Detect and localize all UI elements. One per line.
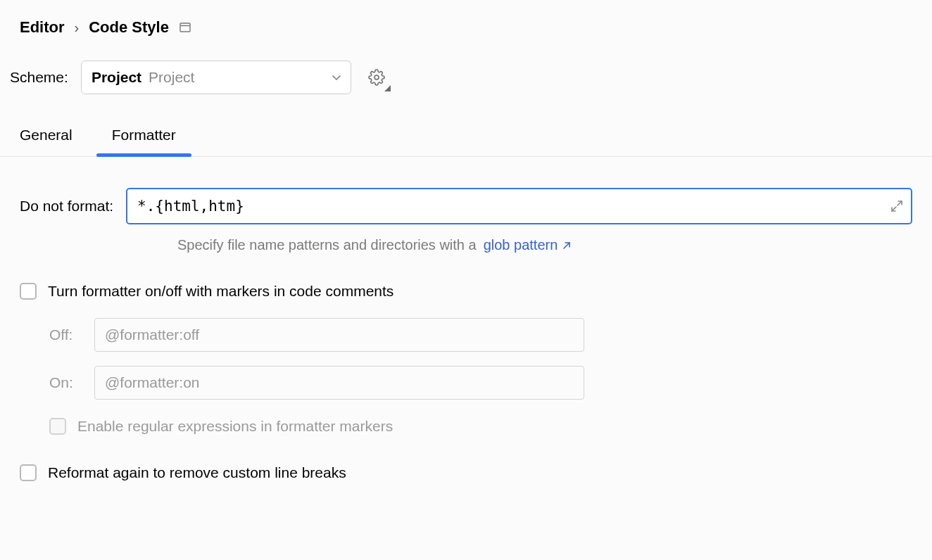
reformat-checkbox[interactable]: [20, 464, 37, 481]
tab-formatter[interactable]: Formatter: [109, 127, 179, 156]
svg-line-3: [898, 201, 902, 205]
formatter-panel: Do not format: Specify file name pattern…: [0, 157, 932, 481]
external-link-icon: [562, 241, 572, 250]
breadcrumb-separator-icon: ›: [75, 20, 80, 36]
svg-point-2: [374, 75, 379, 79]
chevron-down-icon: [331, 72, 342, 83]
scheme-selected-secondary: Project: [149, 69, 194, 86]
marker-on-input: [94, 366, 584, 400]
scheme-selected-primary: Project: [92, 69, 141, 86]
tabs: General Formatter: [0, 114, 932, 157]
scheme-gear-button[interactable]: [364, 65, 389, 90]
window-icon[interactable]: [179, 23, 191, 32]
scheme-row: Scheme: Project Project: [0, 45, 932, 114]
regex-checkbox-row: Enable regular expressions in formatter …: [49, 418, 912, 435]
svg-line-4: [892, 207, 896, 211]
glob-pattern-link[interactable]: glob pattern: [484, 237, 572, 253]
svg-rect-0: [180, 23, 190, 32]
hint-text: Specify file name patterns and directori…: [177, 237, 477, 253]
scheme-select[interactable]: Project Project: [81, 61, 351, 94]
markers-checkbox-row: Turn formatter on/off with markers in co…: [20, 283, 912, 300]
do-not-format-label: Do not format:: [20, 198, 113, 215]
do-not-format-input[interactable]: [126, 188, 912, 224]
hint-link-text: glob pattern: [484, 237, 558, 253]
do-not-format-hint: Specify file name patterns and directori…: [177, 237, 912, 253]
marker-off-input: [94, 318, 584, 352]
svg-line-5: [564, 243, 569, 248]
reformat-checkbox-row: Reformat again to remove custom line bre…: [20, 464, 912, 481]
markers-checkbox[interactable]: [20, 283, 37, 300]
marker-off-label: Off:: [49, 326, 94, 343]
expand-icon[interactable]: [890, 199, 904, 213]
markers-checkbox-label[interactable]: Turn formatter on/off with markers in co…: [48, 283, 393, 300]
do-not-format-row: Do not format:: [20, 188, 912, 224]
reformat-checkbox-label[interactable]: Reformat again to remove custom line bre…: [48, 464, 346, 481]
regex-checkbox: [49, 418, 66, 435]
breadcrumb-parent[interactable]: Editor: [20, 18, 65, 37]
scheme-label: Scheme:: [10, 69, 68, 86]
tab-general[interactable]: General: [17, 127, 75, 156]
marker-fields: Off: On:: [49, 318, 912, 400]
breadcrumb-current: Code Style: [89, 18, 169, 37]
marker-on-label: On:: [49, 374, 94, 391]
breadcrumb: Editor › Code Style: [0, 0, 932, 45]
regex-checkbox-label: Enable regular expressions in formatter …: [77, 418, 393, 435]
